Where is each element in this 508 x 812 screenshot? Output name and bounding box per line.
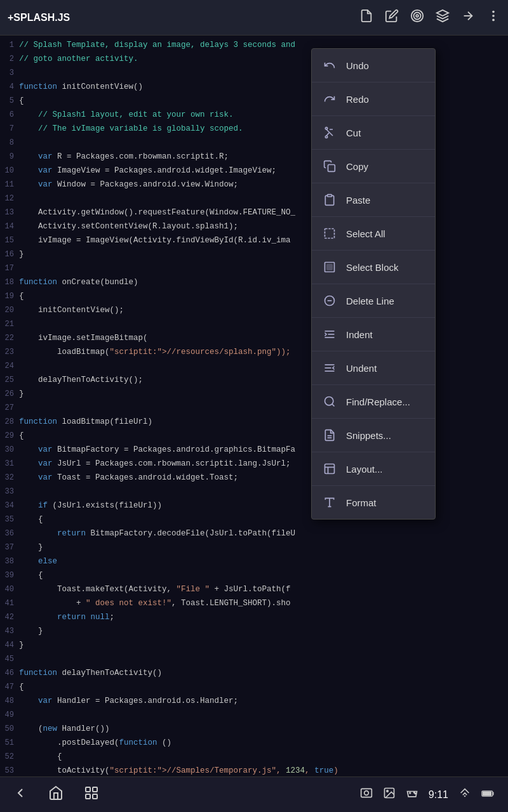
menu-item-layout[interactable]: Layout... (312, 452, 435, 486)
menu-item-undo[interactable]: Undo (312, 49, 435, 82)
menu-item-label: Undo (346, 60, 369, 71)
menu-item-label: Undent (346, 363, 377, 374)
nav-left (13, 785, 99, 804)
layout-icon (321, 460, 338, 478)
menu-item-undent[interactable]: Undent (312, 351, 435, 385)
svg-point-42 (387, 790, 389, 792)
svg-rect-37 (86, 794, 90, 799)
svg-marker-3 (437, 10, 448, 15)
svg-rect-46 (483, 792, 491, 796)
paste-icon (321, 191, 338, 209)
game-icon (406, 787, 418, 803)
copy-icon (321, 157, 338, 175)
svg-rect-35 (86, 787, 90, 792)
svg-rect-13 (328, 165, 335, 172)
menu-item-label: Select All (346, 228, 385, 239)
redo-icon (321, 90, 338, 108)
recent-button[interactable] (84, 785, 99, 804)
arrow-right-icon[interactable] (461, 9, 475, 27)
svg-line-11 (326, 133, 329, 136)
menu-item-label: Redo (346, 94, 369, 105)
svg-rect-39 (361, 789, 372, 797)
editor-area: 1// Splash Template, display an image, d… (0, 36, 508, 776)
select-all-icon (321, 225, 338, 242)
menu-item-redo[interactable]: Redo (312, 82, 435, 116)
svg-point-5 (492, 10, 495, 13)
layers-icon[interactable] (436, 9, 450, 27)
home-button[interactable] (48, 785, 64, 804)
undent-icon (321, 359, 338, 377)
photo-icon (383, 787, 396, 803)
toolbar-title: +SPLASH.JS (8, 12, 359, 23)
svg-point-9 (325, 128, 327, 129)
svg-point-1 (414, 12, 421, 19)
screenshot-icon (360, 787, 373, 803)
svg-point-44 (415, 793, 416, 794)
file-icon[interactable] (359, 9, 373, 27)
more-icon[interactable] (486, 9, 500, 27)
cut-icon (321, 124, 338, 141)
menu-item-copy[interactable]: Copy (312, 150, 435, 183)
svg-rect-30 (325, 464, 335, 474)
select-block-icon (321, 258, 338, 276)
battery-icon (481, 787, 495, 802)
svg-rect-36 (93, 787, 97, 792)
toolbar: +SPLASH.JS (0, 0, 508, 36)
nav-bar: 9:11 (0, 776, 508, 812)
menu-item-cut[interactable]: Cut (312, 116, 435, 150)
svg-rect-14 (328, 195, 332, 197)
menu-item-delete-line[interactable]: Delete Line (312, 284, 435, 318)
menu-item-label: Find/Replace... (346, 396, 410, 407)
context-menu-overlay: UndoRedoCutCopyPasteSelect AllSelect Blo… (0, 36, 508, 776)
svg-point-2 (416, 15, 418, 17)
menu-item-label: Select Block (346, 262, 399, 273)
nav-right: 9:11 (360, 787, 495, 803)
svg-line-27 (332, 404, 335, 407)
menu-item-label: Cut (346, 128, 361, 138)
menu-item-paste[interactable]: Paste (312, 183, 435, 217)
menu-item-indent[interactable]: Indent (312, 318, 435, 351)
menu-item-label: Paste (346, 195, 370, 206)
target-icon[interactable] (410, 9, 424, 27)
menu-item-snippets[interactable]: Snippets... (312, 419, 435, 452)
svg-point-7 (492, 18, 495, 21)
context-menu: UndoRedoCutCopyPasteSelect AllSelect Blo… (311, 48, 436, 520)
svg-point-6 (492, 15, 495, 17)
menu-item-format[interactable]: Format (312, 486, 435, 519)
menu-item-label: Layout... (346, 464, 383, 475)
svg-point-26 (325, 397, 333, 405)
back-button[interactable] (13, 785, 28, 804)
svg-rect-17 (327, 265, 332, 270)
menu-item-label: Indent (346, 329, 373, 340)
svg-rect-38 (93, 794, 97, 799)
delete-line-icon (321, 292, 338, 310)
undo-icon (321, 56, 338, 74)
indent-icon (321, 325, 338, 343)
menu-item-find-replace[interactable]: Find/Replace... (312, 385, 435, 419)
format-icon (321, 494, 338, 511)
menu-item-select-all[interactable]: Select All (312, 217, 435, 251)
menu-item-label: Delete Line (346, 296, 394, 306)
pencil-icon[interactable] (385, 9, 399, 27)
clock-display: 9:11 (429, 789, 448, 801)
wifi-icon (458, 787, 471, 802)
menu-item-label: Snippets... (346, 430, 391, 441)
menu-item-select-block[interactable]: Select Block (312, 251, 435, 284)
find-icon (321, 393, 338, 410)
menu-item-label: Format (346, 497, 377, 508)
snippets-icon (321, 426, 338, 444)
svg-point-8 (325, 136, 327, 138)
menu-item-label: Copy (346, 161, 368, 172)
svg-point-40 (364, 790, 369, 795)
toolbar-icons (359, 9, 500, 27)
svg-rect-15 (325, 229, 335, 239)
